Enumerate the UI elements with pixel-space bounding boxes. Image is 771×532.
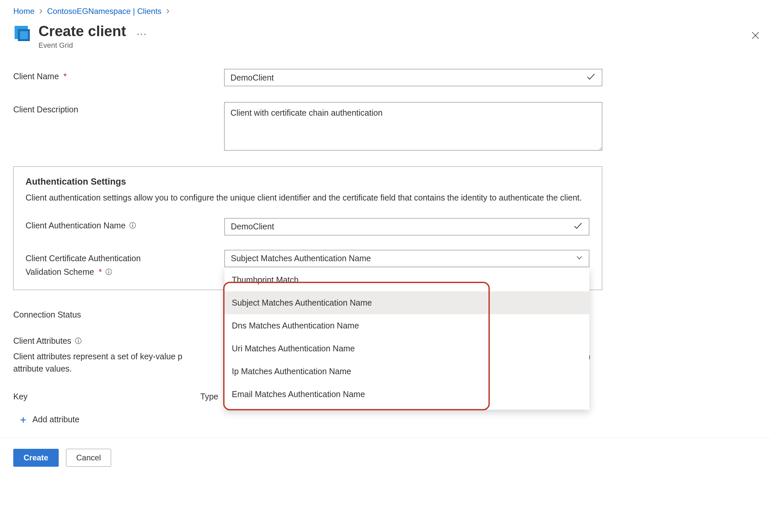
plus-icon: +: [20, 414, 27, 425]
dropdown-option[interactable]: Email Matches Authentication Name: [224, 383, 589, 406]
dropdown-option[interactable]: Ip Matches Authentication Name: [224, 360, 589, 383]
validation-scheme-dropdown: Thumbprint Match Subject Matches Authent…: [224, 267, 589, 410]
dropdown-option[interactable]: Uri Matches Authentication Name: [224, 337, 589, 360]
auth-settings-heading: Authentication Settings: [26, 177, 590, 187]
dropdown-option[interactable]: Dns Matches Authentication Name: [224, 314, 589, 337]
create-button[interactable]: Create: [13, 449, 59, 467]
svg-point-4: [132, 224, 133, 225]
key-column-header: Key: [13, 392, 200, 401]
breadcrumb: Home ContosoEGNamespace | Clients: [13, 7, 758, 16]
resource-icon: [13, 25, 31, 44]
svg-rect-8: [108, 271, 109, 274]
info-icon[interactable]: [105, 268, 112, 275]
page-title: Create client: [38, 23, 126, 39]
client-attributes-label: Client Attributes: [13, 336, 71, 346]
client-description-label: Client Description: [13, 102, 224, 114]
dropdown-option[interactable]: Subject Matches Authentication Name: [224, 291, 589, 314]
client-name-input[interactable]: [224, 69, 602, 86]
close-button[interactable]: [750, 30, 760, 42]
info-icon[interactable]: [129, 222, 136, 229]
svg-rect-5: [132, 225, 133, 227]
add-attribute-button[interactable]: + Add attribute: [20, 414, 80, 425]
client-auth-name-input[interactable]: [224, 218, 589, 235]
info-icon[interactable]: [75, 337, 82, 344]
page-header: Create client Event Grid ···: [13, 23, 758, 50]
svg-rect-11: [78, 340, 79, 343]
breadcrumb-namespace-clients[interactable]: ContosoEGNamespace | Clients: [47, 7, 161, 16]
dropdown-option[interactable]: Thumbprint Match: [224, 268, 589, 291]
client-description-input[interactable]: Client with certificate chain authentica…: [224, 102, 602, 150]
validation-scheme-label: Client Certificate Authentication Valida…: [26, 250, 224, 278]
client-name-label: Client Name*: [13, 69, 224, 81]
authentication-settings-panel: Authentication Settings Client authentic…: [13, 166, 602, 290]
chevron-down-icon: [576, 254, 583, 263]
svg-rect-2: [20, 31, 28, 39]
more-button[interactable]: ···: [137, 28, 147, 39]
chevron-right-icon: [38, 7, 43, 16]
connection-status-label: Connection Status: [13, 310, 81, 319]
auth-settings-description: Client authentication settings allow you…: [26, 192, 589, 204]
breadcrumb-home[interactable]: Home: [13, 7, 34, 16]
cancel-button[interactable]: Cancel: [66, 449, 111, 467]
footer: Create Cancel: [0, 438, 771, 477]
validation-scheme-select[interactable]: Subject Matches Authentication Name: [224, 250, 589, 267]
page-subtitle: Event Grid: [38, 41, 126, 50]
svg-point-10: [78, 339, 79, 340]
chevron-right-icon: [165, 7, 170, 16]
client-auth-name-label: Client Authentication Name: [26, 218, 224, 230]
svg-point-7: [108, 270, 109, 271]
